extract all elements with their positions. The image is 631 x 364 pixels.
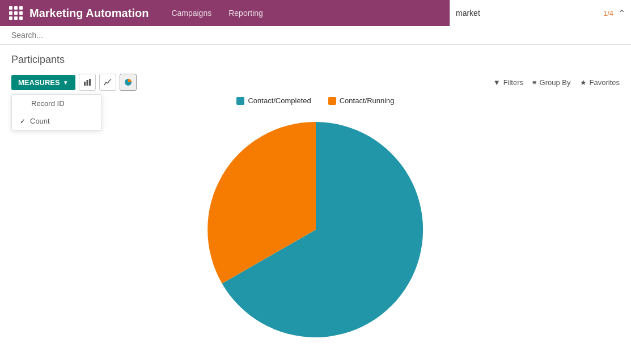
legend-color-completed [236,97,244,105]
star-icon: ★ [580,78,587,87]
app-grid-icon[interactable] [9,6,23,20]
favorites-button[interactable]: ★ Favorites [580,78,620,87]
search-bar: 1/4 ⌃ [450,0,631,26]
chart-area: Contact/Completed Contact/Running [11,96,620,349]
measures-dropdown: Record ID ✓ Count [11,94,102,130]
svg-rect-0 [84,82,86,86]
filters-button[interactable]: ▼ Filters [493,78,523,87]
bar-chart-icon [83,78,91,86]
toolbar-right: ▼ Filters ≡ Group By ★ Favorites [493,78,620,87]
app-title: Marketing Automation [29,7,149,20]
group-by-icon: ≡ [532,78,537,87]
measures-label: MEASURES [18,78,60,87]
chart-legend: Contact/Completed Contact/Running [236,96,394,105]
line-chart-icon [104,78,112,86]
group-by-label: Group By [540,78,571,87]
filter-icon: ▼ [493,78,501,87]
svg-rect-2 [89,79,91,86]
content-search-input[interactable] [11,31,620,40]
pie-chart-icon [124,78,132,86]
svg-rect-1 [86,80,88,86]
main-nav: Campaigns Reporting [171,9,263,18]
record-id-label: Record ID [31,99,65,108]
filters-label: Filters [503,78,523,87]
nav-reporting[interactable]: Reporting [228,9,263,18]
content-search-bar [0,26,631,45]
dropdown-item-record-id[interactable]: Record ID [12,95,101,112]
toolbar-left: MEASURES ▼ [11,74,137,91]
favorites-label: Favorites [590,78,620,87]
legend-label-completed: Contact/Completed [248,96,311,105]
legend-completed: Contact/Completed [236,96,311,105]
search-input[interactable] [456,9,603,18]
toolbar: MEASURES ▼ [11,74,620,91]
pie-chart [197,111,435,349]
chevron-up-icon[interactable]: ⌃ [618,8,625,19]
legend-running: Contact/Running [328,96,395,105]
dropdown-item-count[interactable]: ✓ Count [12,112,101,130]
legend-label-running: Contact/Running [340,96,395,105]
nav-campaigns[interactable]: Campaigns [171,9,211,18]
line-chart-button[interactable] [99,74,116,91]
measures-caret-icon: ▼ [63,79,69,86]
measures-button[interactable]: MEASURES ▼ [11,75,75,90]
group-by-button[interactable]: ≡ Group By [532,78,571,87]
search-counter: 1/4 [603,9,613,18]
pie-chart-button[interactable] [120,74,137,91]
legend-color-running [328,97,336,105]
bar-chart-button[interactable] [79,74,96,91]
count-label: Count [30,117,50,125]
header: Marketing Automation Campaigns Reporting… [0,0,631,26]
page-title: Participants [11,54,620,66]
main-content: Participants MEASURES ▼ [0,45,631,358]
